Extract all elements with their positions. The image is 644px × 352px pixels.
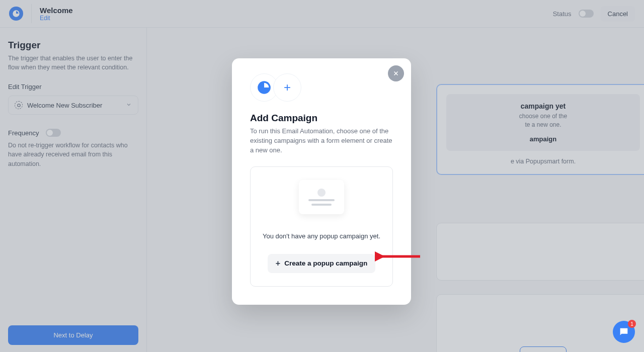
chat-badge: 1 (628, 320, 636, 328)
modal-icon-row: + (250, 73, 393, 102)
add-campaign-modal: + Add Campaign To run this Email Automat… (232, 58, 411, 305)
modal-empty-box: You don't have any popup campaign yet. +… (250, 166, 393, 287)
chat-launcher[interactable]: 1 (613, 321, 635, 343)
modal-empty-text: You don't have any popup campaign yet. (260, 232, 383, 240)
plus-small-icon: + (276, 259, 280, 268)
create-button-label: Create a popup campaign (284, 259, 367, 267)
placeholder-card-icon (299, 180, 344, 214)
close-icon[interactable] (388, 65, 404, 81)
modal-title: Add Campaign (250, 113, 393, 124)
modal-desc: To run this Email Automation, choose one… (250, 127, 393, 155)
create-popup-campaign-button[interactable]: + Create a popup campaign (268, 254, 375, 273)
plus-icon: + (273, 73, 301, 102)
